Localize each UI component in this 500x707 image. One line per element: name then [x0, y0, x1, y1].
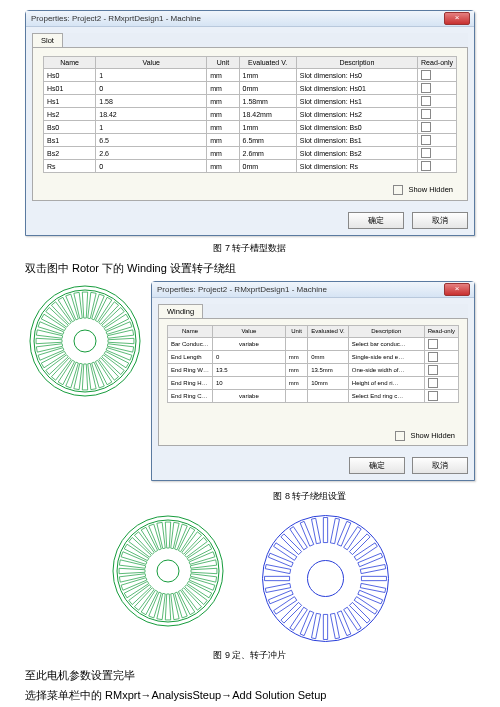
caption-fig7: 图 7 转子槽型数据: [25, 242, 475, 255]
stator-lamination-figure: [25, 281, 145, 401]
dialog-body: Winding Name Value Unit Evaluated V. Des…: [152, 298, 474, 452]
svg-point-3: [113, 516, 223, 626]
checkbox-icon: [428, 378, 438, 388]
show-hidden-row: Show Hidden: [43, 173, 457, 197]
table-row: Hs218.42mm18.42mmSlot dimension: Hs2: [44, 108, 457, 121]
svg-point-1: [34, 290, 136, 392]
close-icon[interactable]: ×: [444, 283, 470, 296]
table-row: Hs11.58mm1.58mmSlot dimension: Hs1: [44, 95, 457, 108]
dialog-slot-properties: Properties: Project2 - RMxprtDesign1 - M…: [25, 10, 475, 236]
checkbox-icon: [421, 161, 431, 171]
tab-row: Winding: [158, 304, 468, 318]
show-hidden-row: Show Hidden: [167, 403, 459, 443]
table-row: Hs010mm0mmSlot dimension: Hs01: [44, 82, 457, 95]
checkbox-icon: [421, 96, 431, 106]
col-desc: Description: [348, 325, 424, 337]
checkbox-icon: [428, 339, 438, 349]
dialog-winding-properties: Properties: Project2 - RMxprtDesign1 - M…: [151, 281, 475, 481]
col-readonly: Read-only: [424, 325, 458, 337]
cancel-button[interactable]: 取消: [412, 212, 468, 229]
show-hidden-label: Show Hidden: [410, 431, 455, 440]
caption-fig8: 图 8 转子绕组设置: [25, 490, 475, 503]
show-hidden-label: Show Hidden: [408, 185, 453, 194]
text-menu-path: 选择菜单栏中的 RMxprt→AnalysisSteup→Add Solutio…: [25, 688, 475, 704]
dialog-title: Properties: Project2 - RMxprtDesign1 - M…: [31, 14, 201, 23]
col-eval: Evaluated V.: [239, 57, 296, 69]
show-hidden-checkbox[interactable]: [393, 185, 403, 195]
table-header-row: Name Value Unit Evaluated V. Description…: [168, 325, 459, 337]
table-row: End Ring H…10mm10mmHeight of end ri…: [168, 376, 459, 389]
tab-panel: Name Value Unit Evaluated V. Description…: [32, 47, 468, 201]
close-icon[interactable]: ×: [444, 12, 470, 25]
winding-table: Name Value Unit Evaluated V. Description…: [167, 325, 459, 403]
caption-fig9: 图 9 定、转子冲片: [25, 649, 475, 662]
col-value: Value: [213, 325, 286, 337]
table-row: End Ring C…variabeSelect End ring c…: [168, 389, 459, 402]
cancel-button[interactable]: 取消: [412, 457, 468, 474]
checkbox-icon: [421, 70, 431, 80]
col-eval: Evaluated V.: [308, 325, 349, 337]
ok-button[interactable]: 确定: [349, 457, 405, 474]
svg-point-4: [117, 520, 219, 622]
tab-row: Slot: [32, 33, 468, 47]
row-fig8: Properties: Project2 - RMxprtDesign1 - M…: [25, 281, 475, 487]
col-unit: Unit: [285, 325, 307, 337]
table-row: End Ring W…13.5mm13.5mmOne-side width of…: [168, 363, 459, 376]
col-value: Value: [96, 57, 207, 69]
table-header-row: Name Value Unit Evaluated V. Description…: [44, 57, 457, 69]
col-readonly: Read-only: [418, 57, 457, 69]
checkbox-icon: [421, 135, 431, 145]
checkbox-icon: [421, 83, 431, 93]
table-row: Bs22.6mm2.6mmSlot dimension: Bs2: [44, 147, 457, 160]
button-row: 确定 取消: [152, 452, 474, 480]
title-bar: Properties: Project2 - RMxprtDesign1 - M…: [152, 282, 474, 298]
svg-point-0: [30, 286, 140, 396]
col-desc: Description: [296, 57, 417, 69]
checkbox-icon: [421, 122, 431, 132]
col-name: Name: [44, 57, 96, 69]
dialog-title: Properties: Project2 - RMxprtDesign1 - M…: [157, 285, 327, 294]
svg-point-5: [157, 560, 179, 582]
tab-panel: Name Value Unit Evaluated V. Description…: [158, 318, 468, 446]
table-row: Bs16.5mm6.5mmSlot dimension: Bs1: [44, 134, 457, 147]
table-row: Rs0mm0mmSlot dimension: Rs: [44, 160, 457, 173]
table-row: Bs01mm1mmSlot dimension: Bs0: [44, 121, 457, 134]
rotor-lamination-figure: [258, 511, 393, 646]
row-fig9: [25, 511, 475, 646]
col-name: Name: [168, 325, 213, 337]
checkbox-icon: [428, 352, 438, 362]
title-bar: Properties: Project2 - RMxprtDesign1 - M…: [26, 11, 474, 27]
checkbox-icon: [421, 148, 431, 158]
table-row: Hs01mm1mmSlot dimension: Hs0: [44, 69, 457, 82]
stator-lamination-figure-2: [108, 511, 228, 631]
text-instruction-1: 双击图中 Rotor 下的 Winding 设置转子绕组: [25, 261, 475, 277]
svg-point-7: [307, 560, 343, 596]
checkbox-icon: [428, 365, 438, 375]
checkbox-icon: [428, 391, 438, 401]
checkbox-icon: [421, 109, 431, 119]
slot-table: Name Value Unit Evaluated V. Description…: [43, 56, 457, 173]
text-done: 至此电机参数设置完毕: [25, 668, 475, 684]
table-row: Bar Conduc…variabeSelect bar conduc…: [168, 337, 459, 350]
show-hidden-checkbox[interactable]: [395, 431, 405, 441]
svg-point-2: [74, 330, 96, 352]
table-row: End Length0mm0mmSingle-side end e…: [168, 350, 459, 363]
tab-winding[interactable]: Winding: [158, 304, 203, 318]
col-unit: Unit: [207, 57, 239, 69]
dialog-body: Slot Name Value Unit Evaluated V. Descri…: [26, 27, 474, 207]
button-row: 确定 取消: [26, 207, 474, 235]
tab-slot[interactable]: Slot: [32, 33, 63, 47]
svg-point-6: [262, 515, 388, 641]
ok-button[interactable]: 确定: [348, 212, 404, 229]
